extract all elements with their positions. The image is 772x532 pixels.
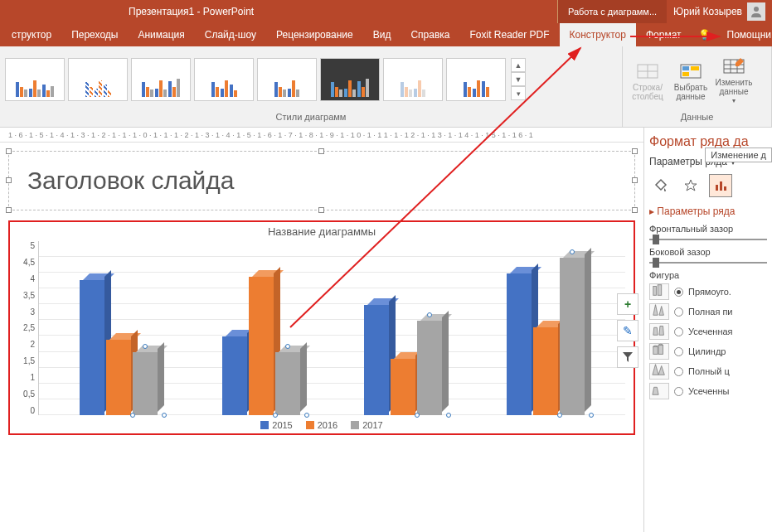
svg-marker-27: [653, 365, 658, 375]
bar-2015[interactable]: [222, 336, 247, 415]
svg-marker-22: [659, 326, 663, 336]
svg-rect-24: [653, 346, 658, 354]
tab-animation[interactable]: Анимация: [128, 23, 194, 46]
shape-option-2[interactable]: Усеченная: [649, 323, 767, 340]
bar-2017[interactable]: [417, 321, 442, 415]
switch-row-column-button[interactable]: Строка/ столбец: [628, 58, 668, 101]
svg-rect-14: [716, 185, 718, 191]
svg-rect-26: [658, 346, 663, 355]
svg-marker-28: [658, 366, 664, 375]
tab-0[interactable]: структор: [2, 23, 61, 46]
chart-style-5[interactable]: [257, 58, 317, 101]
edit-data-button[interactable]: Изменить данные ▾: [714, 53, 754, 105]
chart-style-7[interactable]: [383, 58, 443, 101]
legend-item-2015[interactable]: 2015: [260, 420, 292, 430]
bar-2016[interactable]: [106, 340, 131, 415]
chart-filter-button[interactable]: [617, 346, 638, 368]
slide-title-text: Заголовок слайда: [27, 167, 616, 195]
chart-style-3[interactable]: [131, 58, 191, 101]
slide-title-placeholder[interactable]: Заголовок слайда: [8, 151, 635, 210]
shape-label: Фигура: [649, 270, 767, 280]
ribbon-group-data-label: Данные: [623, 112, 771, 127]
effects-tab-icon[interactable]: [679, 174, 702, 197]
series-params-section[interactable]: ▸ Параметры ряда: [649, 206, 767, 217]
svg-marker-19: [653, 305, 658, 316]
ribbon-group-styles-label: Стили диаграмм: [0, 112, 622, 127]
chart-styles-gallery[interactable]: ▲ ▼ ▾: [0, 46, 622, 112]
bar-2016[interactable]: [391, 359, 415, 415]
chart-style-1[interactable]: [5, 58, 65, 101]
chart-title[interactable]: Название диаграммы: [18, 225, 625, 238]
tab-help[interactable]: Справка: [401, 23, 459, 46]
svg-rect-16: [724, 186, 726, 191]
bar-2015[interactable]: [364, 305, 389, 415]
tab-review[interactable]: Рецензирование: [266, 23, 363, 46]
chart-styles-button[interactable]: ✎: [617, 320, 638, 341]
svg-point-0: [754, 7, 759, 12]
ribbon-tabs: структор Переходы Анимация Слайд-шоу Рец…: [0, 23, 772, 46]
series-options-tab-icon[interactable]: [709, 174, 732, 197]
chart-plot-area[interactable]: [38, 241, 625, 415]
y-axis: 54,543,532,521,510,50: [18, 241, 38, 415]
tab-design[interactable]: Конструктор: [560, 23, 636, 46]
chart-style-4[interactable]: [194, 58, 254, 101]
tab-view[interactable]: Вид: [363, 23, 401, 46]
chart-style-6[interactable]: [320, 58, 380, 101]
switch-rowcol-icon: [636, 61, 659, 81]
edit-data-icon: [722, 56, 745, 76]
chart-style-2[interactable]: [68, 58, 128, 101]
category-group[interactable]: [364, 305, 442, 415]
shape-option-0[interactable]: Прямоуго.: [649, 283, 767, 300]
category-group[interactable]: [222, 277, 300, 415]
svg-marker-13: [685, 180, 697, 191]
bar-2017[interactable]: [133, 352, 158, 415]
svg-rect-5: [682, 66, 689, 70]
legend-item-2017[interactable]: 2017: [351, 420, 382, 430]
select-data-icon: [679, 61, 702, 81]
avatar-icon: [747, 2, 765, 21]
tell-me-icon[interactable]: 💡: [692, 23, 717, 46]
select-data-button[interactable]: Выбрать данные: [671, 58, 711, 101]
category-group[interactable]: [80, 280, 158, 415]
gallery-expand[interactable]: ▾: [511, 86, 526, 100]
svg-rect-7: [682, 72, 689, 76]
legend-item-2016[interactable]: 2016: [306, 420, 337, 430]
bar-2016[interactable]: [533, 327, 558, 415]
chart-style-8[interactable]: [446, 58, 506, 101]
svg-marker-21: [653, 327, 658, 335]
front-gap-slider[interactable]: [649, 239, 767, 240]
svg-rect-6: [691, 66, 699, 70]
shape-option-3[interactable]: Цилиндр: [649, 343, 767, 360]
user-name: Юрий Козырев: [673, 6, 742, 17]
gallery-scroll-down[interactable]: ▼: [511, 72, 526, 86]
category-group[interactable]: [507, 258, 585, 415]
svg-rect-17: [653, 287, 657, 296]
bar-2017[interactable]: [275, 352, 300, 415]
fill-tab-icon[interactable]: [649, 174, 672, 197]
svg-rect-18: [658, 285, 662, 296]
tab-foxit[interactable]: Foxit Reader PDF: [459, 23, 559, 46]
gallery-scroll-up[interactable]: ▲: [511, 58, 526, 72]
format-pane: Изменение д Формат ряда да Параметры ряд…: [643, 128, 772, 532]
svg-rect-15: [720, 181, 722, 191]
front-gap-label: Фронтальный зазор: [649, 224, 767, 234]
bar-2016[interactable]: [249, 277, 274, 415]
bar-2015[interactable]: [507, 273, 532, 415]
context-tab-label: Работа с диаграмм...: [557, 0, 667, 23]
horizontal-ruler: 1·6·1·5·1·4·1·3·1·2·1·1·1·0·1·1·1·2·1·3·…: [0, 128, 643, 143]
chart-elements-button[interactable]: +: [617, 293, 638, 315]
shape-option-5[interactable]: Усеченны: [649, 383, 767, 399]
edit-data-tooltip: Изменение д: [705, 148, 772, 162]
bar-2017[interactable]: [560, 258, 585, 415]
shape-option-1[interactable]: Полная пи: [649, 303, 767, 320]
tab-slideshow[interactable]: Слайд-шоу: [195, 23, 266, 46]
bar-2015[interactable]: [80, 280, 104, 415]
tell-me[interactable]: Помощни: [717, 23, 772, 46]
chart-object[interactable]: Название диаграммы 54,543,532,521,510,50…: [8, 220, 635, 435]
user-account[interactable]: Юрий Козырев: [667, 2, 772, 21]
side-gap-slider[interactable]: [649, 262, 767, 264]
shape-option-4[interactable]: Полный ц: [649, 363, 767, 380]
tab-transitions[interactable]: Переходы: [61, 23, 128, 46]
chart-legend[interactable]: 201520162017: [18, 420, 625, 430]
tab-format[interactable]: Формат: [636, 23, 692, 46]
